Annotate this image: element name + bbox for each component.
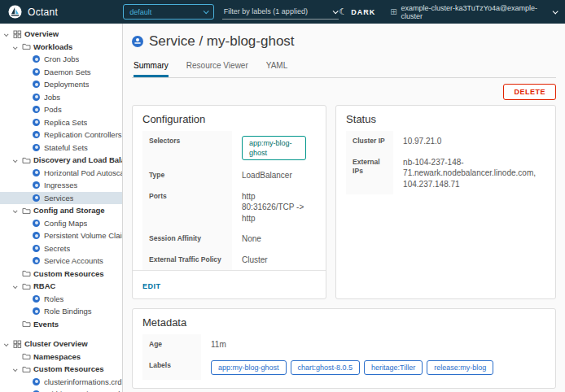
status-card: Status Cluster IP10.97.21.0External IPsn…	[335, 105, 556, 299]
chevron-down-icon[interactable]	[13, 42, 22, 51]
resource-icon	[33, 378, 44, 385]
cluster-context-label: example-cluster-ka3TuTzYo4a@example-clus…	[401, 4, 550, 20]
label-pill: release:my-blog	[427, 360, 493, 375]
tab-summary[interactable]: Summary	[134, 58, 169, 77]
tab-bar: SummaryResource ViewerYAML	[132, 58, 556, 78]
sidebar-item-horizontal-pod-autoscalers[interactable]: Horizontal Pod Autoscalers	[0, 167, 122, 180]
resource-icon	[33, 169, 44, 176]
apps-icon	[13, 340, 24, 348]
sidebar-item-roles[interactable]: Roles	[0, 293, 122, 306]
sidebar-item-secrets[interactable]: Secrets	[0, 242, 122, 255]
chevron-down-icon[interactable]	[13, 364, 22, 373]
configuration-title: Configuration	[133, 106, 326, 131]
metadata-card: Metadata Age11mLabelsapp:my-blog-ghostch…	[132, 308, 556, 389]
label-filter-input[interactable]: Filter by labels (1 applied)	[222, 4, 339, 20]
resource-icon	[33, 245, 44, 252]
sidebar-item-service-accounts[interactable]: Service Accounts	[0, 255, 122, 268]
folder-icon	[22, 42, 33, 50]
sidebar-item-services[interactable]: Services	[0, 192, 122, 205]
label-pill: heritage:Tiller	[364, 360, 423, 375]
field-label: Labels	[142, 355, 201, 380]
field-value: None	[232, 229, 316, 250]
sidebar-item-jobs[interactable]: Jobs	[0, 91, 122, 104]
sidebar-item-overview[interactable]: Overview	[0, 28, 122, 41]
field-label: Session Affinity	[142, 229, 232, 250]
namespace-value: default	[129, 8, 151, 16]
sidebar-item-label: Stateful Sets	[44, 143, 88, 152]
sidebar-item-custom-resources[interactable]: Custom Resources	[0, 268, 122, 281]
chevron-down-icon[interactable]	[4, 29, 13, 38]
moon-icon: ☾	[339, 7, 348, 17]
sidebar-item-label: Overview	[24, 29, 59, 38]
sidebar-item-deployments[interactable]: Deployments	[0, 78, 122, 91]
chevron-down-icon[interactable]	[13, 206, 22, 215]
tab-resource-viewer[interactable]: Resource Viewer	[186, 58, 248, 77]
resource-icon	[33, 55, 44, 63]
chevron-down-icon[interactable]	[4, 339, 13, 348]
delete-button[interactable]: DELETE	[503, 84, 556, 100]
field-value: http 80:31626/TCP -> http	[232, 186, 316, 229]
field-value: app:my-blog-ghostchart:ghost-8.0.5herita…	[201, 355, 545, 380]
sidebar-item-label: Namespaces	[33, 352, 81, 361]
sidebar-item-csidrivers-csi-storage-k8s-io[interactable]: csidrivers.csi.storage.k8s.io	[0, 388, 122, 392]
sidebar-item-label: clusterinformations.crd.projec	[44, 377, 122, 386]
sidebar-item-label: Cluster Overview	[24, 339, 88, 348]
top-bar: Octant default Filter by labels (1 appli…	[0, 0, 565, 24]
sidebar-item-label: Ingresses	[44, 181, 77, 189]
resource-icon	[33, 220, 44, 227]
sidebar-item-rbac[interactable]: RBAC	[0, 280, 122, 293]
sidebar-item-config-maps[interactable]: Config Maps	[0, 217, 122, 230]
sidebar-item-clusterinformations-crd-projec[interactable]: clusterinformations.crd.projec	[0, 376, 122, 389]
sidebar-item-cluster-overview[interactable]: Cluster Overview	[0, 338, 122, 351]
sidebar-item-persistent-volume-claims[interactable]: Persistent Volume Claims	[0, 229, 122, 242]
sidebar-item-custom-resources[interactable]: Custom Resources	[0, 363, 122, 376]
chevron-down-icon[interactable]	[13, 155, 22, 164]
field-label: External Traffic Policy	[142, 250, 232, 271]
sidebar-item-label: Replica Sets	[44, 118, 87, 127]
status-rows: Cluster IP10.97.21.0External IPsnb-104-2…	[346, 131, 545, 194]
sidebar-item-label: Custom Resources	[33, 364, 104, 373]
sidebar-item-label: Roles	[44, 294, 64, 303]
configuration-card: Configuration Selectorsapp:my-blog-ghost…	[132, 105, 326, 299]
sidebar-item-cron-jobs[interactable]: Cron Jobs	[0, 53, 122, 66]
field-label: Selectors	[142, 131, 232, 165]
namespace-dropdown[interactable]: default	[123, 4, 214, 20]
chevron-down-icon[interactable]	[13, 281, 22, 290]
sidebar-item-namespaces[interactable]: Namespaces	[0, 351, 122, 364]
service-icon	[132, 36, 143, 47]
sidebar-item-label: Config Maps	[44, 219, 87, 228]
sidebar-item-workloads[interactable]: Workloads	[0, 41, 122, 54]
tab-yaml[interactable]: YAML	[266, 58, 288, 77]
selector-pill: app:my-blog-ghost	[242, 136, 306, 160]
sidebar-item-label: Custom Resources	[33, 269, 104, 278]
sidebar-item-pods[interactable]: Pods	[0, 103, 122, 116]
folder-icon	[22, 156, 33, 164]
field-label: Age	[142, 334, 201, 355]
sidebar-item-label: Persistent Volume Claims	[44, 231, 122, 240]
label-pill: app:my-blog-ghost	[211, 360, 287, 375]
sidebar-item-events[interactable]: Events	[0, 318, 122, 331]
metadata-rows: Age11mLabelsapp:my-blog-ghostchart:ghost…	[142, 334, 545, 380]
chevron-down-icon	[553, 8, 558, 14]
sidebar-item-replication-controllers[interactable]: Replication Controllers	[0, 128, 122, 142]
cluster-context-dropdown[interactable]: ⊞ example-cluster-ka3TuTzYo4a@example-cl…	[390, 4, 557, 20]
label-filter-text: Filter by labels (1 applied)	[224, 7, 308, 15]
sidebar-item-label: Cron Jobs	[44, 54, 79, 63]
edit-link[interactable]: EDIT	[142, 282, 161, 290]
theme-toggle[interactable]: ☾ DARK	[339, 7, 375, 17]
folder-icon	[22, 207, 33, 215]
sidebar-item-config-and-storage[interactable]: Config and Storage	[0, 204, 122, 217]
sidebar-item-label: Secrets	[44, 244, 70, 253]
resource-icon	[33, 307, 44, 315]
sidebar-item-role-bindings[interactable]: Role Bindings	[0, 305, 122, 318]
resource-icon	[33, 119, 44, 126]
sidebar-item-stateful-sets[interactable]: Stateful Sets	[0, 142, 122, 155]
folder-icon	[22, 365, 33, 373]
folder-icon	[22, 352, 33, 360]
sidebar-item-daemon-sets[interactable]: Daemon Sets	[0, 66, 122, 79]
folder-icon	[22, 269, 33, 277]
field-label: External IPs	[346, 152, 393, 195]
sidebar-item-discovery-and-load-balancing[interactable]: Discovery and Load Balancing	[0, 154, 122, 167]
sidebar-item-ingresses[interactable]: Ingresses	[0, 179, 122, 192]
sidebar-item-replica-sets[interactable]: Replica Sets	[0, 116, 122, 129]
